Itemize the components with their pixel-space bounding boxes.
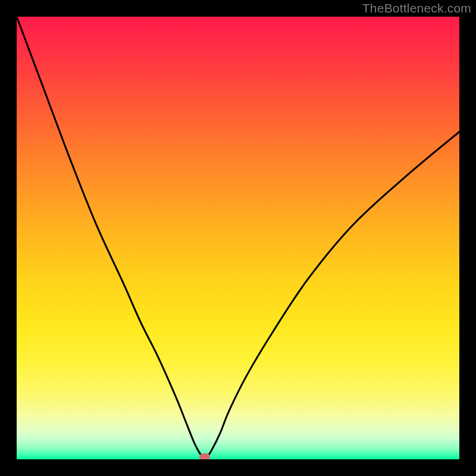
bottleneck-curve: [17, 17, 459, 459]
chart-frame: TheBottleneck.com: [0, 0, 476, 476]
plot-area: [17, 17, 459, 459]
watermark-text: TheBottleneck.com: [362, 1, 471, 15]
optimum-marker: [199, 453, 210, 459]
